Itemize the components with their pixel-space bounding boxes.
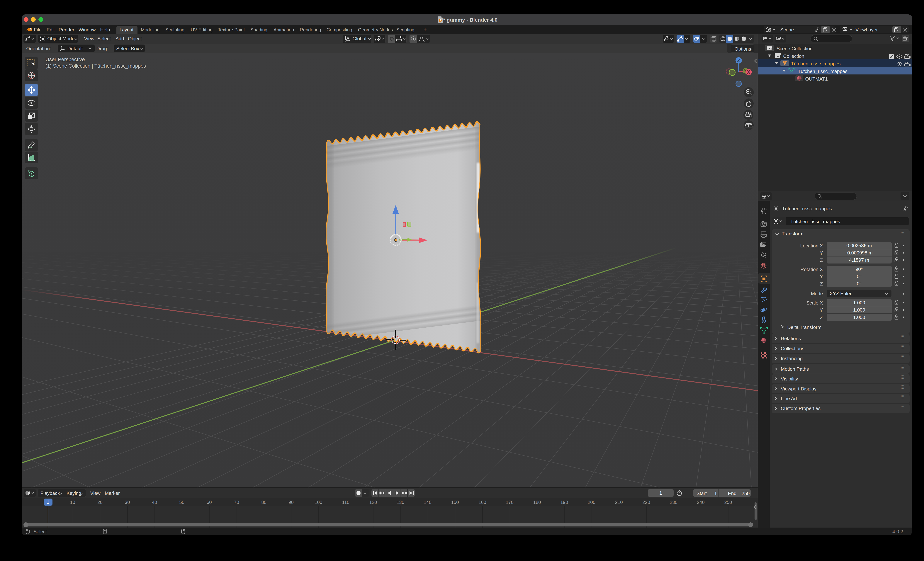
svg-text:X: X bbox=[747, 69, 750, 75]
svg-text:Z: Z bbox=[737, 58, 740, 63]
